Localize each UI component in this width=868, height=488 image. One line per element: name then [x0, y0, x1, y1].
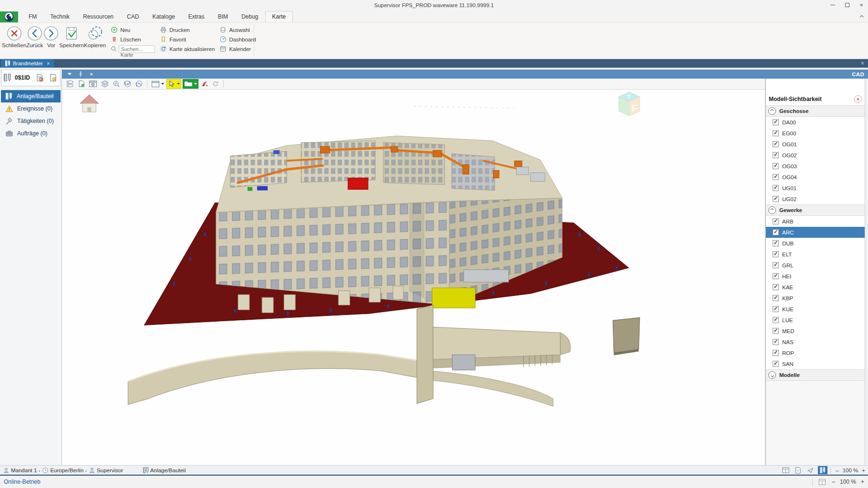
layer-folder-icon[interactable]	[183, 79, 198, 89]
tab-close-icon[interactable]: ×	[47, 61, 50, 66]
select-cursor-icon[interactable]	[166, 79, 181, 89]
checkbox-checked-icon[interactable]	[773, 350, 779, 356]
refresh-view-icon[interactable]	[211, 79, 220, 89]
panel-close-icon[interactable]: ×	[854, 95, 862, 103]
visibility-row[interactable]: SAN	[766, 358, 865, 369]
checkbox-checked-icon[interactable]	[773, 284, 779, 290]
selection-button[interactable]: Auswahl	[219, 26, 256, 34]
sidebar-item-taetigkeiten[interactable]: Tätigkeiten (0)	[1, 115, 61, 127]
new-button[interactable]: Neu	[111, 26, 155, 34]
visibility-row[interactable]: KBP	[766, 293, 865, 304]
dashboard-button[interactable]: Dashboard	[219, 35, 256, 43]
back-button[interactable]: Zurück	[26, 24, 43, 53]
zoom-out-button[interactable]: –	[832, 478, 835, 485]
visibility-row[interactable]: OG01	[766, 139, 865, 150]
collapse-icon[interactable]	[768, 107, 776, 115]
checkbox-checked-icon[interactable]	[773, 262, 779, 268]
sidebar-item-ereignisse[interactable]: Ereignisse (0)	[1, 102, 61, 115]
panel-menu-icon[interactable]	[68, 73, 72, 75]
navigate-icon[interactable]	[806, 466, 815, 474]
checkbox-checked-icon[interactable]	[773, 328, 779, 334]
expand-icon[interactable]	[768, 371, 776, 379]
document-view-icon[interactable]	[793, 466, 803, 474]
zoom-in-button[interactable]: +	[862, 468, 865, 473]
visibility-row[interactable]: OG02	[766, 150, 865, 161]
pages-icon[interactable]	[65, 79, 75, 89]
dropdown-caret-icon[interactable]	[194, 83, 197, 85]
menu-tab[interactable]: Debug	[235, 11, 265, 22]
certificate-icon[interactable]	[48, 72, 58, 83]
menu-tab[interactable]: Karte	[265, 11, 293, 22]
checkbox-checked-icon[interactable]	[773, 317, 779, 323]
visibility-row[interactable]: DUB	[766, 238, 865, 249]
collapse-ribbon-icon[interactable]	[860, 12, 863, 20]
menu-tab[interactable]: Kataloge	[145, 11, 181, 22]
checkbox-checked-icon[interactable]	[773, 306, 779, 312]
document-tab-brandmelder[interactable]: Brandmelder ×	[1, 59, 54, 68]
viewport-globe-icon[interactable]	[88, 79, 98, 89]
favorite-button[interactable]: Favorit	[160, 35, 215, 43]
maximize-icon[interactable]	[843, 1, 851, 8]
layout-view-icon[interactable]	[781, 466, 790, 474]
visibility-row[interactable]: KUE	[766, 304, 865, 315]
delete-button[interactable]: Löschen	[111, 35, 155, 43]
visibility-row[interactable]: DA00	[766, 117, 865, 128]
orbit-3d-icon[interactable]: 3	[123, 79, 133, 89]
pin-icon[interactable]	[78, 71, 83, 77]
dropdown-caret-icon[interactable]	[161, 83, 164, 85]
section-gewerke[interactable]: Gewerke	[766, 204, 865, 216]
menu-tab[interactable]: Ressourcen	[76, 11, 120, 22]
layout-view-icon[interactable]	[817, 478, 827, 486]
open-drawing-icon[interactable]	[77, 79, 86, 89]
document-block-icon[interactable]	[34, 72, 45, 83]
menu-tab[interactable]: CAD	[120, 11, 145, 22]
panel-close-icon[interactable]: ×	[90, 71, 93, 78]
visibility-row[interactable]: UG02	[766, 193, 865, 204]
checkbox-checked-icon[interactable]	[773, 163, 779, 169]
visibility-row[interactable]: ARC	[766, 227, 865, 238]
sidebar-item-anlage-bauteil[interactable]: Anlage/Bauteil	[1, 90, 61, 102]
orbit-free-icon[interactable]	[134, 79, 144, 89]
forward-button[interactable]: Vor	[43, 24, 59, 53]
tabrow-close-icon[interactable]: ×	[861, 60, 864, 67]
checkbox-checked-icon[interactable]	[773, 339, 779, 345]
visibility-row[interactable]: KAE	[766, 282, 865, 293]
visibility-row[interactable]: OG04	[766, 172, 865, 183]
zoom-extents-icon[interactable]	[112, 79, 121, 89]
dropdown-caret-icon[interactable]	[177, 83, 180, 85]
visibility-row[interactable]: NAS	[766, 336, 865, 347]
menu-tab[interactable]: FM	[22, 11, 43, 22]
section-modelle[interactable]: Modelle	[766, 369, 865, 381]
checkbox-checked-icon[interactable]	[773, 185, 779, 191]
visibility-row[interactable]: ELT	[766, 249, 865, 260]
checkbox-checked-icon[interactable]	[773, 152, 779, 158]
layers-icon[interactable]	[100, 79, 110, 89]
visibility-row[interactable]: ROP	[766, 347, 865, 358]
save-button[interactable]: Speichern	[59, 24, 84, 53]
visibility-row[interactable]: EG00	[766, 128, 865, 139]
checkbox-checked-icon[interactable]	[773, 273, 779, 279]
checkbox-checked-icon[interactable]	[773, 174, 779, 180]
checkbox-checked-icon[interactable]	[773, 119, 779, 125]
menu-tab[interactable]: BIM	[211, 11, 235, 22]
copy-button[interactable]: Kopieren	[84, 24, 106, 53]
menu-tab[interactable]: Extras	[182, 11, 211, 22]
menu-tab[interactable]: Technik	[43, 11, 76, 22]
visibility-row[interactable]: MED	[766, 325, 865, 336]
close-record-button[interactable]: Schließen	[2, 24, 26, 53]
visibility-row[interactable]: ARB	[766, 216, 865, 227]
visibility-row[interactable]: UG01	[766, 183, 865, 193]
checkbox-checked-icon[interactable]	[773, 141, 779, 147]
sidebar-item-auftraege[interactable]: Aufträge (0)	[1, 127, 61, 140]
collapse-icon[interactable]	[768, 206, 776, 214]
viewport-window-icon[interactable]	[150, 79, 165, 89]
pdf-export-icon[interactable]	[200, 79, 209, 89]
minimize-icon[interactable]	[829, 1, 837, 8]
checkbox-checked-icon[interactable]	[773, 196, 779, 202]
nav-cube[interactable]: T F	[619, 92, 640, 116]
visibility-row[interactable]: OG03	[766, 161, 865, 172]
asset-view-icon[interactable]	[818, 466, 827, 474]
zoom-out-button[interactable]: –	[836, 468, 838, 473]
checkbox-checked-icon[interactable]	[773, 130, 779, 136]
cad-canvas[interactable]: 3	[62, 79, 765, 465]
